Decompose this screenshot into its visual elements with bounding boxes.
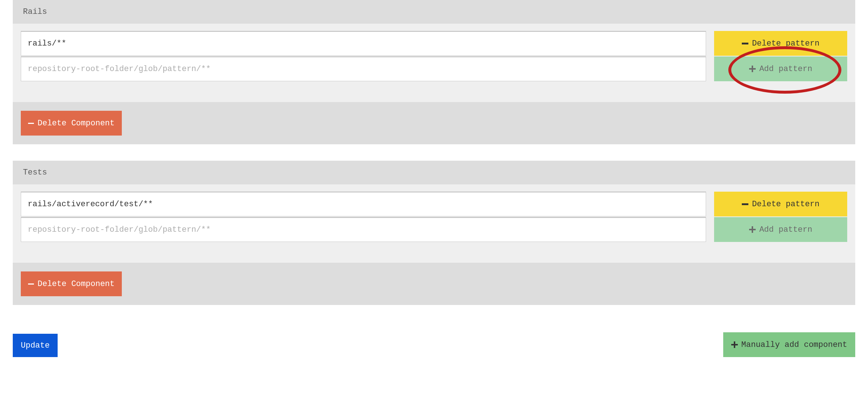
new-pattern-input[interactable] (21, 217, 706, 242)
minus-icon (742, 203, 748, 205)
delete-component-button[interactable]: Delete Component (21, 111, 122, 136)
pattern-section: Delete pattern Add pattern (13, 184, 855, 263)
delete-pattern-label: Delete pattern (752, 200, 819, 209)
pattern-row: Delete pattern (21, 192, 847, 216)
delete-pattern-label: Delete pattern (752, 39, 819, 48)
component-footer: Delete Component (13, 263, 855, 305)
pattern-row: Delete pattern (21, 31, 847, 56)
add-pattern-button[interactable]: Add pattern (714, 217, 847, 242)
add-pattern-label: Add pattern (759, 225, 812, 234)
delete-component-button[interactable]: Delete Component (21, 271, 122, 296)
component-footer: Delete Component (13, 102, 855, 144)
pattern-section: Delete pattern Add pattern (13, 24, 855, 102)
plus-icon (731, 341, 738, 348)
add-pattern-label: Add pattern (759, 64, 812, 74)
manually-add-component-button[interactable]: Manually add component (723, 332, 855, 357)
pattern-input[interactable] (21, 31, 706, 56)
component-block: Rails Delete pattern Add pattern (13, 0, 855, 144)
delete-component-label: Delete Component (38, 119, 115, 128)
component-title: Rails (13, 0, 855, 24)
delete-component-label: Delete Component (38, 279, 115, 289)
minus-icon (28, 123, 34, 124)
update-button[interactable]: Update (13, 334, 58, 357)
minus-icon (28, 283, 34, 285)
manual-add-label: Manually add component (741, 340, 847, 349)
minus-icon (742, 43, 748, 44)
new-pattern-row: Add pattern (21, 56, 847, 81)
plus-icon (749, 66, 756, 72)
new-pattern-input[interactable] (21, 56, 706, 81)
pattern-input[interactable] (21, 192, 706, 216)
update-label: Update (21, 341, 50, 350)
component-title: Tests (13, 161, 855, 184)
component-block: Tests Delete pattern Add pattern (13, 161, 855, 305)
delete-pattern-button[interactable]: Delete pattern (714, 192, 847, 216)
component-name-label: Tests (23, 168, 47, 177)
delete-pattern-button[interactable]: Delete pattern (714, 31, 847, 56)
page-footer: Update Manually add component (13, 321, 855, 357)
new-pattern-row: Add pattern (21, 217, 847, 242)
add-pattern-button[interactable]: Add pattern (714, 56, 847, 81)
component-name-label: Rails (23, 7, 47, 16)
plus-icon (749, 226, 756, 233)
